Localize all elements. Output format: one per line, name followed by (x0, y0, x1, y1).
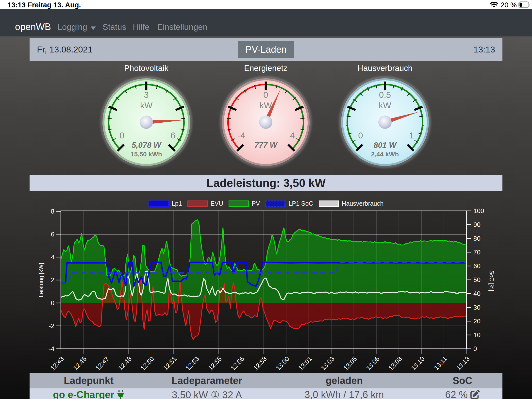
svg-text:2,44 kWh: 2,44 kWh (371, 150, 399, 158)
svg-text:13:05: 13:05 (342, 355, 358, 372)
svg-text:3: 3 (144, 90, 149, 100)
svg-text:30: 30 (473, 304, 481, 311)
svg-text:12:50: 12:50 (139, 355, 155, 372)
svg-text:90: 90 (473, 221, 481, 228)
svg-text:0: 0 (358, 131, 363, 140)
svg-text:0: 0 (473, 345, 477, 352)
svg-text:100: 100 (473, 207, 484, 215)
svg-text:12:51: 12:51 (162, 355, 178, 372)
svg-text:-4: -4 (49, 345, 54, 352)
svg-text:6: 6 (170, 131, 175, 140)
svg-text:2: 2 (51, 276, 54, 284)
svg-text:8: 8 (51, 208, 54, 215)
svg-text:kW: kW (140, 100, 153, 110)
svg-text:60: 60 (473, 262, 481, 270)
svg-text:13:08: 13:08 (387, 355, 403, 372)
svg-text:SoC [%]: SoC [%] (488, 270, 495, 291)
svg-text:13:10: 13:10 (410, 355, 426, 372)
svg-text:13:01: 13:01 (297, 355, 313, 372)
svg-text:1: 1 (409, 131, 414, 140)
svg-text:10: 10 (473, 331, 481, 339)
svg-text:80: 80 (473, 235, 481, 242)
svg-text:-4: -4 (237, 131, 245, 140)
svg-text:0: 0 (263, 90, 268, 100)
svg-text:0: 0 (119, 131, 124, 140)
svg-text:0: 0 (51, 299, 54, 307)
svg-text:15,50 kWh: 15,50 kWh (131, 150, 162, 158)
svg-text:Leistung [kW]: Leistung [kW] (38, 263, 44, 297)
svg-text:13:00: 13:00 (274, 355, 291, 372)
svg-text:12:43: 12:43 (49, 355, 65, 372)
svg-text:12:48: 12:48 (117, 355, 133, 372)
svg-text:777 W: 777 W (254, 141, 278, 150)
svg-text:0.5: 0.5 (379, 90, 391, 100)
svg-text:6: 6 (51, 231, 54, 238)
svg-text:4: 4 (290, 131, 295, 140)
svg-text:12:58: 12:58 (252, 355, 268, 372)
svg-text:12:53: 12:53 (184, 355, 200, 372)
svg-text:13:03: 13:03 (319, 355, 336, 372)
svg-text:12:55: 12:55 (207, 355, 223, 372)
svg-text:13:06: 13:06 (365, 355, 381, 372)
svg-text:12:56: 12:56 (229, 355, 246, 372)
svg-text:40: 40 (473, 290, 481, 297)
svg-text:13:13: 13:13 (455, 355, 471, 372)
svg-text:50: 50 (473, 276, 481, 283)
svg-text:20: 20 (473, 317, 481, 325)
svg-text:70: 70 (473, 249, 481, 256)
svg-text:13:11: 13:11 (432, 355, 449, 372)
svg-text:kW: kW (260, 100, 272, 110)
svg-text:12:47: 12:47 (94, 355, 110, 372)
svg-text:-2: -2 (49, 322, 54, 330)
svg-text:801 W: 801 W (374, 141, 397, 150)
svg-text:12:45: 12:45 (72, 355, 88, 372)
svg-text:5,078 W: 5,078 W (132, 141, 162, 150)
svg-text:4: 4 (51, 253, 54, 261)
svg-text:kW: kW (379, 100, 391, 110)
